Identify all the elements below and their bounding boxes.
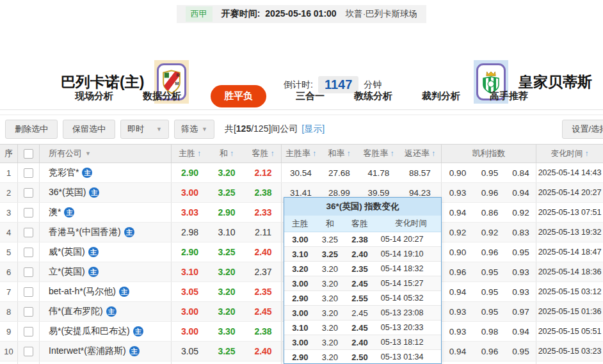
row-checkbox[interactable]: [24, 327, 33, 336]
popup-row: 3.10 3.25 2.40 05-14 19:10: [284, 247, 441, 262]
popup-odds-away: 2.38: [344, 232, 376, 246]
odds-change-popup: 36*(英国) 指数变化 主胜 和 客胜 变化时间 3.00 3.25 2.38…: [284, 197, 442, 364]
league-badge: 西甲: [186, 6, 213, 22]
sort-up-icon: ↑: [585, 149, 589, 158]
header-return-rate-label: 返还率: [405, 148, 430, 159]
odds-draw: 3.25: [208, 183, 245, 202]
tab-data-analysis[interactable]: 数据分析: [143, 90, 181, 102]
odds-home: 2.98: [172, 223, 208, 242]
odds-home: 3.10: [172, 262, 208, 281]
row-checkbox[interactable]: [24, 347, 33, 356]
sort-up-icon: ↑: [271, 149, 275, 158]
popup-odds-draw: 3.25: [316, 232, 344, 246]
home-badge-icon: 主: [88, 267, 99, 277]
company-cell[interactable]: 36*(英国) 主: [40, 183, 172, 202]
kelly-draw: 0.86: [474, 203, 506, 222]
home-badge-icon: 主: [106, 306, 117, 317]
row-index: 4: [0, 223, 18, 242]
header-home-rate[interactable]: 主胜率↑: [282, 145, 320, 162]
row-index: 1: [0, 163, 18, 182]
popup-odds-draw: 3.20: [316, 350, 344, 364]
header-return-rate[interactable]: 返还率↑: [399, 145, 442, 162]
header-change-time[interactable]: 变化时间↑: [536, 145, 603, 162]
settings-select-button[interactable]: 设置/选择: [562, 120, 603, 139]
header-draw-label: 和: [220, 148, 228, 159]
kelly-away: 0.97: [506, 302, 536, 321]
company-cell[interactable]: 立*(英国) 主: [40, 262, 172, 281]
row-checkbox[interactable]: [24, 307, 33, 317]
row-checkbox[interactable]: [24, 168, 33, 178]
analysis-tabs: 现场分析 数据分析 胜平负 三合一 教练分析 裁判分析 高手推荐: [0, 83, 603, 110]
delete-selected-button[interactable]: 删除选中: [5, 120, 58, 139]
tab-win-draw-lose[interactable]: 胜平负: [211, 85, 266, 107]
filter-dropdown[interactable]: 筛选 ▼: [174, 120, 214, 139]
kelly-away: 0.84: [506, 163, 536, 182]
row-checkbox[interactable]: [24, 228, 33, 237]
kelly-away: 0.95: [506, 242, 536, 262]
select-all-checkbox[interactable]: [24, 149, 33, 159]
company-cell[interactable]: bet-at-h*(马尔他) 主: [40, 282, 172, 301]
company-cell[interactable]: 竞彩官* 主: [40, 163, 172, 182]
company-name: 竞彩官*: [49, 167, 79, 178]
popup-odds-away: 2.35: [344, 262, 376, 276]
popup-odds-home: 3.20: [284, 262, 316, 276]
header-home-odds[interactable]: 主胜↑: [172, 145, 208, 162]
odds-draw: 2.90: [208, 203, 245, 222]
row-checkbox[interactable]: [24, 287, 33, 297]
popup-row: 3.00 3.20 2.45 05-14 15:27: [284, 276, 441, 291]
header-change-time-label: 变化时间: [551, 148, 583, 159]
tab-coach-analysis[interactable]: 教练分析: [354, 90, 392, 102]
odds-away: 2.35: [245, 282, 282, 301]
kelly-away: 0.94: [506, 322, 536, 341]
row-checkbox-cell: [18, 163, 40, 182]
company-name: 36*(英国): [49, 187, 86, 198]
tab-live-analysis[interactable]: 现场分析: [75, 90, 113, 102]
header-draw-rate[interactable]: 和率↑: [320, 145, 358, 162]
odds-away: 2.12: [245, 163, 282, 182]
kelly-draw: 0.92: [474, 223, 506, 242]
row-checkbox[interactable]: [24, 208, 33, 218]
kelly-draw: 0.98: [474, 322, 506, 341]
popup-odds-away: 2.45: [344, 320, 376, 335]
sort-up-icon: ↑: [312, 149, 316, 158]
popup-change-time: 05-13 23:08: [376, 306, 441, 320]
popup-row: 3.00 3.20 2.45 05-13 23:08: [284, 306, 441, 320]
company-cell[interactable]: Interwet*(塞浦路斯) 主: [40, 342, 172, 361]
header-company[interactable]: 所有公司 ▼: [40, 145, 172, 162]
tab-referee-analysis[interactable]: 裁判分析: [422, 90, 460, 102]
tab-three-in-one[interactable]: 三合一: [296, 90, 325, 102]
row-checkbox[interactable]: [24, 267, 33, 277]
header-away-rate[interactable]: 客胜率↑: [358, 145, 399, 162]
kelly-home: 0.90: [442, 242, 474, 262]
match-info-bar: 西甲 开赛时间: 2025-05-16 01:00 坎普·巴列卡斯球场: [177, 5, 426, 23]
match-info-wrap: 西甲 开赛时间: 2025-05-16 01:00 坎普·巴列卡斯球场: [0, 5, 603, 23]
company-cell[interactable]: 易*(安提瓜和巴布达) 主: [40, 322, 172, 341]
kickoff-label: 开赛时间:: [221, 8, 261, 19]
change-time: 2025-05-15 03:23: [536, 342, 603, 361]
tab-expert-picks[interactable]: 高手推荐: [490, 90, 528, 102]
popup-odds-home: 2.90: [284, 291, 316, 305]
header-draw-odds[interactable]: 和↑: [208, 145, 245, 162]
live-dropdown[interactable]: 即时 ▼: [120, 120, 169, 139]
show-link[interactable]: [显示]: [302, 123, 325, 134]
odds-away: 2.11: [245, 223, 282, 242]
venue: 坎普·巴列卡斯球场: [346, 8, 418, 20]
header-away-rate-label: 客胜率: [364, 148, 389, 159]
row-index: 6: [0, 262, 18, 281]
company-cell[interactable]: 威*(英国) 主: [40, 242, 172, 262]
company-cell[interactable]: 澳* 主: [40, 203, 172, 222]
odds-away: 2.40: [245, 242, 282, 262]
kelly-home: 0.94: [442, 342, 474, 361]
odds-away: 2.38: [245, 322, 282, 341]
sort-up-icon: ↑: [431, 149, 435, 158]
company-cell[interactable]: 香港马*(中国香港) 主: [40, 223, 172, 242]
keep-selected-button[interactable]: 保留选中: [63, 120, 115, 139]
change-time: 2025-05-15 01:36: [536, 302, 603, 321]
odds-draw: 3.10: [208, 223, 245, 242]
row-checkbox[interactable]: [24, 188, 33, 198]
header-away-odds[interactable]: 客胜↑: [245, 145, 282, 162]
company-cell[interactable]: 伟*(直布罗陀) 主: [40, 302, 172, 321]
kelly-draw: 0.96: [474, 242, 506, 262]
row-checkbox[interactable]: [24, 248, 33, 257]
row-checkbox-cell: [18, 322, 40, 341]
